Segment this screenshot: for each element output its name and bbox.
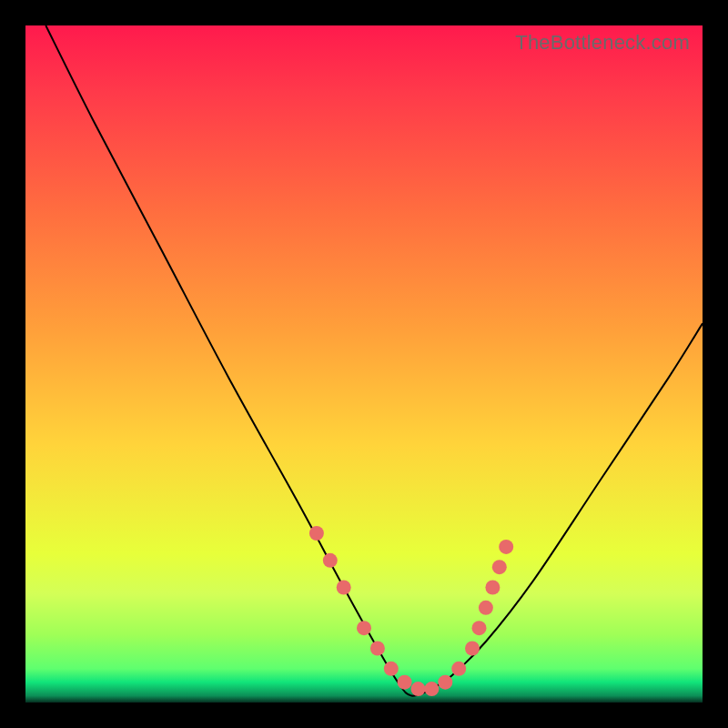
marker-dot xyxy=(398,675,412,690)
marker-dot xyxy=(424,682,439,696)
chart-stage: TheBottleneck.com xyxy=(0,0,728,728)
marker-dot xyxy=(472,621,487,635)
marker-dot xyxy=(492,560,507,574)
chart-svg xyxy=(25,25,703,703)
marker-dot xyxy=(485,581,500,595)
marker-dot xyxy=(357,621,371,635)
marker-dot xyxy=(451,662,466,676)
marker-dot xyxy=(479,601,493,615)
marker-dot xyxy=(370,642,385,656)
marker-dot xyxy=(411,682,426,696)
bottleneck-curve xyxy=(46,25,703,696)
marker-dot xyxy=(309,526,324,541)
marker-dot xyxy=(384,662,399,676)
chart-plot-area: TheBottleneck.com xyxy=(25,25,703,703)
marker-dot xyxy=(323,553,338,568)
marker-dot xyxy=(465,642,480,656)
marker-dot xyxy=(337,581,351,595)
marker-dots xyxy=(309,526,513,696)
marker-dot xyxy=(438,675,452,690)
marker-dot xyxy=(499,540,513,554)
